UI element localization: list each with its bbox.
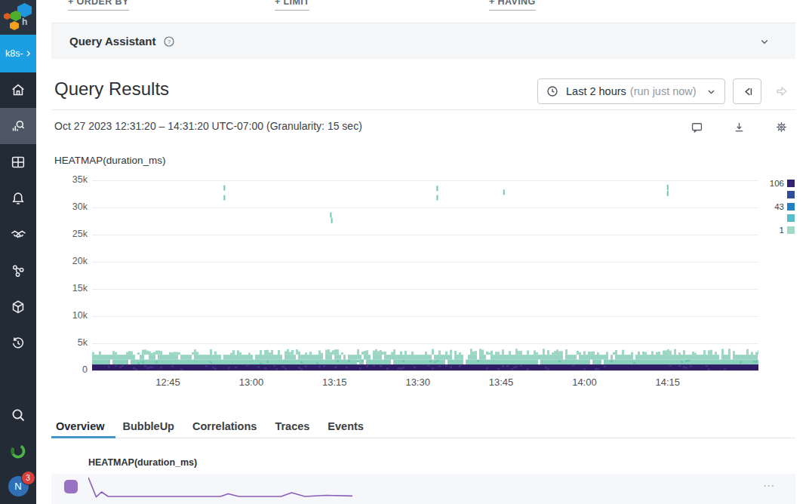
alerts-bell-icon [10, 190, 26, 207]
download-icon [732, 120, 746, 134]
tab-traces[interactable]: Traces [275, 420, 309, 432]
x-tick-label: 13:00 [239, 376, 264, 388]
chevron-right-icon [23, 48, 33, 59]
legend-color-swatch [787, 191, 795, 198]
x-tick-label: 13:15 [322, 376, 347, 388]
tab-bubbleup[interactable]: BubbleUp [123, 420, 174, 432]
service-map-icon [10, 263, 26, 279]
x-tick-label: 14:15 [656, 376, 681, 388]
legend-label: 43 [761, 202, 784, 211]
sidebar-item-search[interactable] [0, 397, 36, 433]
results-tabs: Overview BubbleUp Correlations Traces Ev… [51, 413, 795, 438]
status-ring-icon [8, 441, 28, 461]
sidebar-item-boards[interactable] [0, 144, 36, 180]
clock-icon [546, 85, 559, 98]
row-more-button[interactable]: ⋯ [763, 479, 776, 493]
query-assistant-panel[interactable]: Query Assistant ? [51, 23, 795, 59]
order-by-link[interactable]: + ORDER BY [68, 0, 129, 11]
settings-button[interactable] [774, 119, 789, 134]
result-column-header: HEATMAP(duration_ms) [88, 457, 197, 468]
limit-link[interactable]: + LIMIT [275, 0, 309, 11]
x-tick-label: 14:00 [572, 376, 597, 388]
previous-query-button[interactable] [733, 78, 761, 104]
legend-color-swatch [787, 226, 795, 234]
user-avatar[interactable]: N 3 [8, 476, 29, 496]
gridline [92, 343, 758, 344]
sidebar-item-query[interactable] [0, 108, 36, 144]
legend-label: 1 [761, 226, 784, 235]
chevron-down-icon[interactable] [758, 35, 771, 48]
arrow-forward-icon [774, 84, 789, 99]
help-icon[interactable]: ? [163, 35, 175, 48]
active-tab-indicator [51, 436, 115, 438]
legend-color-swatch [787, 214, 795, 222]
sidebar: h k8s- [0, 0, 36, 504]
legend-color-swatch [787, 180, 795, 187]
result-row-heatmap[interactable]: ⋯ [51, 474, 795, 504]
gridline [92, 316, 758, 317]
sidebar-item-home[interactable] [0, 72, 36, 108]
x-tick-label: 13:45 [489, 376, 514, 388]
y-tick-label: 20k [57, 256, 88, 266]
sidebar-item-alerts[interactable] [0, 180, 36, 217]
y-tick-label: 15k [57, 283, 88, 293]
divider [51, 109, 795, 110]
x-tick-label: 12:45 [155, 376, 180, 388]
next-query-button[interactable] [774, 84, 789, 99]
svg-text:?: ? [167, 38, 170, 45]
boards-icon [10, 154, 26, 171]
sidebar-item-slos[interactable] [0, 217, 36, 253]
gridline [92, 207, 758, 208]
sidebar-item-history[interactable] [0, 325, 36, 361]
sidebar-item-service-map[interactable] [0, 253, 36, 289]
logo-letter: h [22, 17, 27, 27]
datasets-cube-icon [10, 299, 26, 315]
heatmap-canvas[interactable] [92, 180, 758, 370]
environment-switcher[interactable]: k8s- [0, 35, 36, 72]
honeycomb-logo[interactable]: h [0, 0, 36, 35]
search-icon [9, 406, 27, 424]
legend-label: 106 [761, 179, 784, 188]
sidebar-item-datasets[interactable] [0, 289, 36, 325]
sidebar-item-status[interactable] [0, 433, 36, 469]
notification-badge: 3 [21, 471, 35, 485]
tab-correlations[interactable]: Correlations [192, 420, 257, 432]
time-range-label: Last 2 hours [566, 85, 626, 97]
time-range-dropdown[interactable]: Last 2 hours (run just now) [537, 78, 725, 104]
legend-color-swatch [787, 203, 795, 211]
comment-button[interactable] [689, 119, 704, 134]
gridline [92, 235, 758, 235]
tab-overview[interactable]: Overview [56, 420, 105, 432]
run-status-label: (run just now) [630, 85, 697, 97]
avatar-initial: N [14, 481, 21, 492]
time-range-summary: Oct 27 2023 12:31:20 – 14:31:20 UTC-07:0… [54, 120, 362, 132]
sidebar-item-account[interactable]: N 3 [0, 468, 36, 504]
gridline [92, 262, 758, 263]
x-tick-label: 13:30 [405, 376, 430, 388]
y-tick-label: 35k [57, 174, 88, 185]
query-assistant-title: Query Assistant [69, 35, 156, 48]
query-icon [10, 118, 26, 134]
gridline [92, 370, 758, 371]
y-tick-label: 30k [57, 201, 88, 212]
gridline [92, 289, 758, 290]
y-tick-label: 10k [57, 310, 88, 321]
comment-icon [690, 120, 704, 134]
gridline [92, 180, 758, 181]
slo-handshake-icon [10, 226, 27, 244]
home-icon [10, 81, 26, 98]
series-swatch [64, 480, 78, 493]
logo-hex-amber [10, 21, 19, 30]
logo-hex-orange [4, 13, 11, 20]
tab-events[interactable]: Events [328, 420, 364, 432]
chart-title: HEATMAP(duration_ms) [54, 155, 166, 166]
download-button[interactable] [731, 119, 746, 134]
y-tick-label: 5k [57, 337, 88, 348]
page-title: Query Results [54, 78, 169, 100]
chevron-down-icon [705, 85, 718, 98]
having-link[interactable]: + HAVING [489, 0, 536, 11]
tabs-border [51, 438, 795, 438]
gear-icon [774, 120, 789, 134]
y-tick-label: 25k [57, 229, 88, 239]
environment-label: k8s- [0, 48, 23, 59]
